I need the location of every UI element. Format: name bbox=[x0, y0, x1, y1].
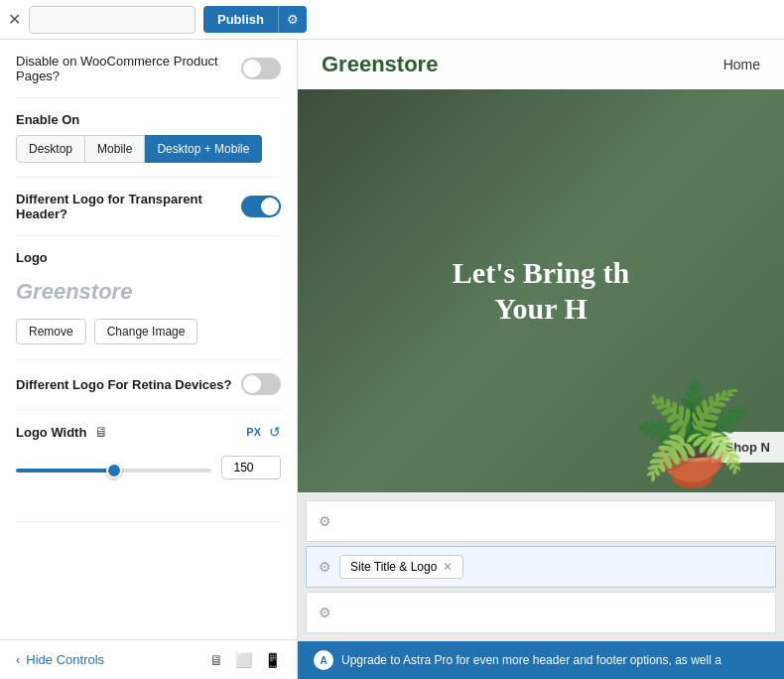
preview-nav: Home bbox=[723, 57, 760, 72]
transparent-logo-slider bbox=[241, 196, 281, 217]
enable-on-label: Enable On bbox=[16, 112, 79, 127]
builder-row-1: ⚙ bbox=[306, 500, 776, 542]
px-badge: PX bbox=[246, 426, 261, 438]
woocommerce-label: Disable on WooCommerce Product Pages? bbox=[16, 54, 241, 83]
mobile-button[interactable]: Mobile bbox=[85, 135, 145, 163]
builder-area: ⚙ ⚙ Site Title & Logo ✕ ⚙ bbox=[298, 492, 784, 641]
close-button[interactable]: ✕ bbox=[8, 6, 21, 34]
logo-width-controls bbox=[16, 456, 281, 479]
chip-close-icon[interactable]: ✕ bbox=[443, 560, 453, 574]
upgrade-bar: A Upgrade to Astra Pro for even more hea… bbox=[298, 641, 784, 679]
nav-home: Home bbox=[723, 57, 760, 72]
site-title-chip[interactable]: Site Title & Logo ✕ bbox=[339, 555, 463, 579]
search-input[interactable] bbox=[29, 6, 196, 34]
panel-body: Disable on WooCommerce Product Pages? En… bbox=[0, 40, 297, 639]
transparent-logo-label: Different Logo for Transparent Header? bbox=[16, 192, 241, 221]
mobile-device-icon[interactable]: 📱 bbox=[264, 652, 281, 668]
desktop-mobile-button[interactable]: Desktop + Mobile bbox=[145, 135, 262, 163]
logo-width-label: Logo Width bbox=[16, 425, 86, 440]
top-bar: ✕ Publish ⚙ bbox=[0, 0, 784, 40]
monitor-icon: 🖥 bbox=[94, 424, 108, 440]
logo-label: Logo bbox=[16, 250, 48, 265]
retina-logo-toggle[interactable] bbox=[241, 373, 281, 395]
logo-width-header: Logo Width 🖥 PX ↺ bbox=[16, 424, 281, 440]
main-content: Disable on WooCommerce Product Pages? En… bbox=[0, 40, 784, 679]
preview-site-header: Greenstore Home bbox=[298, 40, 784, 89]
preview-site-title: Greenstore bbox=[322, 52, 438, 77]
right-preview: Greenstore Home 🪴 Let's Bring thYour H S… bbox=[298, 40, 784, 679]
row1-gear-icon[interactable]: ⚙ bbox=[319, 513, 331, 529]
reset-icon[interactable]: ↺ bbox=[269, 424, 281, 440]
woocommerce-toggle[interactable] bbox=[241, 58, 281, 79]
hero-text: Let's Bring thYour H bbox=[453, 255, 629, 327]
row3-gear-icon[interactable]: ⚙ bbox=[319, 605, 331, 620]
tablet-device-icon[interactable]: ⬜ bbox=[235, 652, 252, 668]
logo-buttons: Remove Change Image bbox=[16, 319, 197, 344]
logo-setting: Logo Greenstore Remove Change Image bbox=[16, 236, 281, 359]
logo-width-input[interactable] bbox=[221, 456, 281, 479]
row2-gear-icon[interactable]: ⚙ bbox=[319, 559, 331, 575]
builder-row-3: ⚙ bbox=[306, 592, 776, 633]
left-panel: Disable on WooCommerce Product Pages? En… bbox=[0, 40, 298, 679]
desktop-button[interactable]: Desktop bbox=[16, 135, 85, 163]
upgrade-bar-text: Upgrade to Astra Pro for even more heade… bbox=[341, 653, 721, 667]
site-title-chip-label: Site Title & Logo bbox=[350, 560, 437, 574]
preview-hero: 🪴 Let's Bring thYour H Shop N bbox=[298, 89, 784, 492]
hide-controls-label: Hide Controls bbox=[26, 652, 104, 667]
hero-plant-decoration: 🪴 bbox=[630, 375, 754, 492]
astra-logo: A bbox=[314, 650, 333, 670]
woocommerce-slider bbox=[241, 58, 281, 79]
logo-width-setting: Logo Width 🖥 PX ↺ bbox=[16, 410, 281, 522]
builder-row-2: ⚙ Site Title & Logo ✕ bbox=[306, 546, 776, 588]
device-icons: 🖥 ⬜ 📱 bbox=[209, 652, 281, 668]
publish-settings-button[interactable]: ⚙ bbox=[278, 6, 307, 33]
retina-logo-setting: Different Logo For Retina Devices? bbox=[16, 359, 281, 410]
preview-frame: Greenstore Home 🪴 Let's Bring thYour H S… bbox=[298, 40, 784, 641]
change-image-button[interactable]: Change Image bbox=[94, 319, 198, 344]
transparent-logo-toggle[interactable] bbox=[241, 196, 281, 217]
hide-controls-arrow: ‹ bbox=[16, 652, 20, 667]
remove-logo-button[interactable]: Remove bbox=[16, 319, 86, 344]
transparent-logo-setting: Different Logo for Transparent Header? bbox=[16, 178, 281, 236]
woocommerce-setting: Disable on WooCommerce Product Pages? bbox=[16, 40, 281, 98]
logo-preview: Greenstore bbox=[16, 273, 132, 311]
hide-controls[interactable]: ‹ Hide Controls bbox=[16, 652, 104, 667]
retina-logo-slider bbox=[241, 373, 281, 395]
bottom-bar: ‹ Hide Controls 🖥 ⬜ 📱 bbox=[0, 639, 297, 679]
logo-width-slider[interactable] bbox=[16, 469, 211, 473]
enable-on-buttons: Desktop Mobile Desktop + Mobile bbox=[16, 135, 262, 163]
publish-button[interactable]: Publish bbox=[203, 6, 278, 33]
enable-on-setting: Enable On Desktop Mobile Desktop + Mobil… bbox=[16, 98, 281, 178]
top-bar-left: ✕ Publish ⚙ bbox=[0, 6, 298, 34]
retina-logo-label: Different Logo For Retina Devices? bbox=[16, 377, 231, 392]
desktop-device-icon[interactable]: 🖥 bbox=[209, 652, 223, 668]
slider-container bbox=[16, 461, 211, 475]
